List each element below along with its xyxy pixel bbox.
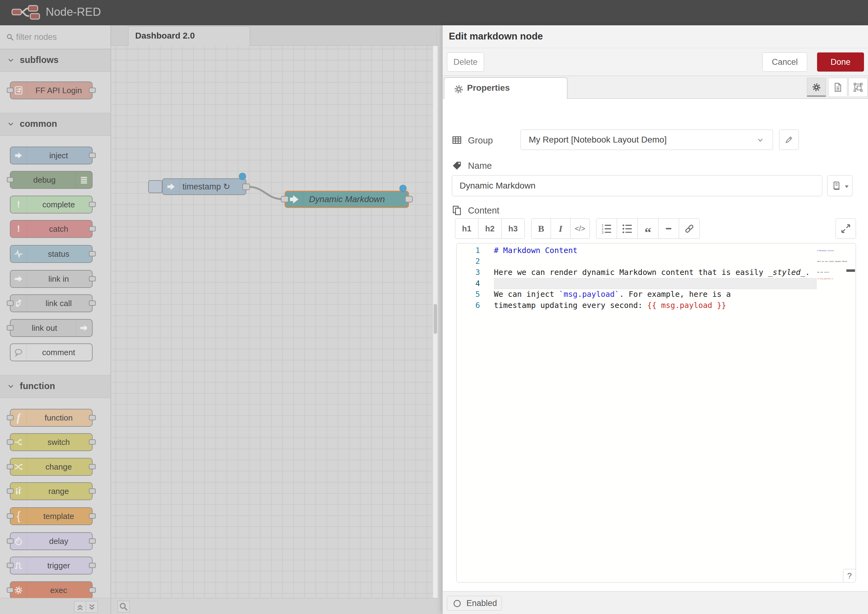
output-port[interactable] <box>242 184 250 190</box>
search-icon <box>6 33 14 41</box>
collapse-all-button[interactable] <box>74 601 86 613</box>
double-chevron-down-icon <box>86 602 98 612</box>
appearance-icon-button[interactable] <box>849 78 868 97</box>
input-port[interactable] <box>281 196 289 202</box>
line-number: 3 <box>457 267 480 278</box>
editor-minimap[interactable]: # Markdown Content Here we can render dy… <box>817 245 847 282</box>
palette-node-comment[interactable]: comment <box>10 343 93 361</box>
changed-indicator-dot <box>239 173 246 180</box>
enabled-toggle-button[interactable]: Enabled <box>447 596 502 611</box>
palette-node-link-out[interactable]: link out <box>10 319 93 337</box>
cancel-button[interactable]: Cancel <box>762 53 807 71</box>
line-number: 2 <box>457 256 480 267</box>
horizontal-rule-icon <box>663 223 674 234</box>
tray-button-row: Delete Cancel Done <box>443 48 868 76</box>
status-icon <box>14 249 23 259</box>
done-button[interactable]: Done <box>817 53 864 71</box>
output-port[interactable] <box>405 196 413 202</box>
port <box>7 177 14 182</box>
tag-icon <box>452 160 462 170</box>
palette-node-debug[interactable]: debug <box>10 171 93 189</box>
svg-text:2: 2 <box>602 227 604 231</box>
quote-button[interactable]: “ <box>637 219 658 239</box>
port <box>89 563 96 568</box>
chevron-down-icon <box>756 136 765 144</box>
code-button[interactable]: </> <box>570 219 590 239</box>
h1-button[interactable]: h1 <box>455 219 478 239</box>
inject-icon <box>14 151 23 160</box>
content-label: Content <box>452 205 500 216</box>
expand-editor-button[interactable] <box>835 219 856 239</box>
italic-button[interactable]: I <box>551 219 570 239</box>
inject-button[interactable] <box>148 180 162 193</box>
edit-group-button[interactable] <box>779 130 799 150</box>
properties-icon-button[interactable] <box>807 78 826 97</box>
category-subflows[interactable]: subflows <box>0 49 110 72</box>
flow-node-dynamic-markdown[interactable]: Dynamic Markdown <box>284 191 409 208</box>
palette-node-link-in[interactable]: link in <box>10 270 93 288</box>
palette-node-link-call[interactable]: link call <box>10 295 93 312</box>
description-icon-button[interactable] <box>828 78 847 97</box>
port <box>89 251 96 256</box>
node-red-app: Node-RED filter nodes subflows FF API Lo… <box>0 0 868 614</box>
link-in-icon <box>14 274 23 284</box>
expand-icon <box>840 223 851 234</box>
palette-node-subflow[interactable]: FF API Login <box>10 81 93 99</box>
tray-footer: Enabled <box>443 591 868 614</box>
name-input[interactable]: Dynamic Markdown <box>452 175 822 196</box>
palette-node-catch[interactable]: ! catch <box>10 220 93 238</box>
svg-text:3: 3 <box>602 231 604 234</box>
alert-icon: ! <box>11 220 26 237</box>
canvas-scrollbar-thumb[interactable] <box>434 304 437 334</box>
h2-button[interactable]: h2 <box>478 219 502 239</box>
unordered-list-icon <box>622 223 632 234</box>
palette-node-switch[interactable]: switch <box>10 433 93 451</box>
palette-node-exec[interactable]: exec <box>10 581 93 599</box>
bold-button[interactable]: B <box>531 219 551 239</box>
port <box>89 88 96 93</box>
double-chevron-up-icon <box>75 602 86 612</box>
palette-filter[interactable]: filter nodes <box>0 25 110 49</box>
flow-workspace[interactable]: Dashboard 2.0 timestamp ↻ Dynamic Markdo… <box>111 25 438 614</box>
changed-indicator-dot <box>399 185 407 192</box>
palette-node-change[interactable]: change <box>10 458 93 476</box>
category-common[interactable]: common <box>0 113 110 136</box>
app-header: Node-RED <box>0 0 868 25</box>
env-var-button[interactable] <box>827 175 852 196</box>
group-select[interactable]: My Report [Notebook Layout Demo] <box>520 130 773 150</box>
edit-tray: Edit markdown node Delete Cancel Done Pr… <box>443 25 868 614</box>
palette-node-function[interactable]: f function <box>10 409 93 427</box>
unordered-list-button[interactable] <box>617 219 638 239</box>
palette-node-template[interactable]: { template <box>10 507 93 525</box>
line-number: 1 <box>457 245 480 256</box>
filter-placeholder: filter nodes <box>16 33 57 42</box>
search-icon <box>118 601 129 612</box>
palette-node-status[interactable]: status <box>10 245 93 263</box>
h3-button[interactable]: h3 <box>501 219 525 239</box>
port <box>89 276 96 281</box>
editor-help-button[interactable]: ? <box>843 569 856 583</box>
markdown-editor[interactable]: 1# Markdown Content 2 3Here we can rende… <box>456 243 856 583</box>
horizontal-rule-button[interactable] <box>658 219 679 239</box>
ordered-list-button[interactable]: 1 2 3 <box>596 219 617 239</box>
palette-node-complete[interactable]: ! complete <box>10 195 93 214</box>
zoom-search-button[interactable] <box>117 601 130 612</box>
tab-dashboard-2-0[interactable]: Dashboard 2.0 <box>128 26 250 46</box>
palette-node-delay[interactable]: delay <box>10 532 93 550</box>
group-label: Group <box>452 135 493 146</box>
palette-node-trigger[interactable]: trigger <box>10 557 93 575</box>
category-function[interactable]: function <box>0 375 110 398</box>
flow-canvas-grid[interactable] <box>111 46 438 598</box>
expand-all-button[interactable] <box>86 601 98 613</box>
palette-node-inject[interactable]: inject <box>10 147 93 164</box>
palette-node-range[interactable]: range <box>10 482 93 500</box>
link-call-icon <box>14 299 23 308</box>
app-title: Node-RED <box>46 6 101 19</box>
delete-button[interactable]: Delete <box>447 53 484 71</box>
book-icon <box>832 181 841 191</box>
name-label: Name <box>452 160 492 171</box>
tab-properties[interactable]: Properties <box>444 78 567 99</box>
chevron-down-icon <box>7 382 15 390</box>
flow-node-timestamp[interactable]: timestamp ↻ <box>162 178 246 195</box>
link-button[interactable] <box>679 219 700 239</box>
